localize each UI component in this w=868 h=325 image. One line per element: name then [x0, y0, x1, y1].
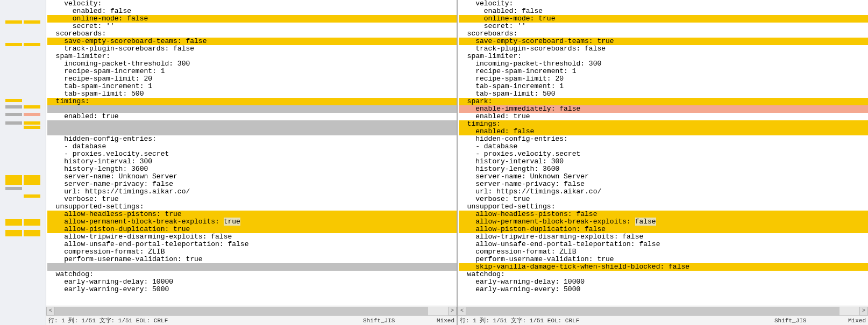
code-line[interactable]: spam-limiter:: [459, 53, 868, 60]
scroll-left-icon[interactable]: <: [458, 307, 466, 315]
code-line[interactable]: url: https://timings.aikar.co/: [459, 188, 868, 196]
code-line[interactable]: enabled: false: [459, 128, 868, 135]
code-line[interactable]: online-mode: false: [47, 15, 457, 23]
code-line[interactable]: hidden-config-entries:: [47, 135, 457, 143]
code-line[interactable]: recipe-spam-limit: 20: [459, 75, 868, 83]
code-line[interactable]: perform-username-validation: true: [47, 256, 457, 263]
code-line[interactable]: watchdog:: [47, 271, 457, 278]
code-line[interactable]: verbose: true: [459, 196, 868, 203]
code-line[interactable]: enabled: true: [47, 113, 457, 120]
code-line[interactable]: verbose: true: [47, 196, 457, 203]
code-line[interactable]: enable-immediately: false: [459, 105, 868, 113]
code-line[interactable]: history-length: 3600: [459, 165, 868, 173]
code-line[interactable]: - proxies.velocity.secret: [459, 150, 868, 158]
scroll-thumb[interactable]: [466, 307, 839, 315]
code-line[interactable]: track-plugin-scoreboards: false: [47, 45, 457, 53]
code-line[interactable]: save-empty-scoreboard-teams: false: [47, 38, 457, 45]
code-line[interactable]: history-interval: 300: [459, 158, 868, 165]
code-line[interactable]: - proxies.velocity.secret: [47, 150, 457, 158]
minimap-marker[interactable]: [5, 182, 40, 185]
code-line[interactable]: scoreboards:: [459, 30, 868, 38]
code-line[interactable]: enabled: false: [459, 8, 868, 15]
minimap-marker[interactable]: [5, 43, 40, 46]
code-line[interactable]: incoming-packet-threshold: 300: [459, 60, 868, 68]
minimap-marker[interactable]: [5, 113, 40, 116]
code-line[interactable]: perform-username-validation: true: [459, 256, 868, 263]
code-line[interactable]: server-name: Unknown Server: [459, 173, 868, 180]
code-line[interactable]: timings:: [47, 98, 457, 105]
code-line[interactable]: save-empty-scoreboard-teams: true: [459, 38, 868, 45]
h-scrollbar[interactable]: < >: [46, 306, 457, 315]
code-line[interactable]: url: https://timings.aikar.co/: [47, 188, 457, 196]
code-line[interactable]: recipe-spam-increment: 1: [47, 68, 457, 75]
code-line[interactable]: tab-spam-limit: 500: [459, 90, 868, 98]
code-line[interactable]: secret: '': [47, 23, 457, 30]
scroll-track[interactable]: [466, 307, 859, 315]
code-line[interactable]: unsupported-settings:: [47, 203, 457, 211]
code-line[interactable]: early-warning-delay: 10000: [459, 278, 868, 286]
minimap[interactable]: [0, 0, 46, 325]
code-line[interactable]: online-mode: true: [459, 15, 868, 23]
code-line[interactable]: server-name-privacy: false: [47, 180, 457, 188]
code-line[interactable]: recipe-spam-limit: 20: [47, 75, 457, 83]
scroll-right-icon[interactable]: >: [859, 307, 868, 315]
code-line[interactable]: allow-unsafe-end-portal-teleportation: f…: [47, 241, 457, 248]
code-line[interactable]: scoreboards:: [47, 30, 457, 38]
minimap-marker[interactable]: [5, 20, 40, 24]
minimap-marker[interactable]: [5, 222, 40, 226]
code-line[interactable]: [47, 105, 457, 113]
h-scrollbar[interactable]: < >: [458, 306, 868, 315]
code-line[interactable]: early-warning-every: 5000: [47, 286, 457, 293]
code-line[interactable]: compression-format: ZLIB: [459, 248, 868, 256]
code-line[interactable]: - database: [459, 143, 868, 150]
code-line[interactable]: unsupported-settings:: [459, 203, 868, 211]
code-line[interactable]: allow-headless-pistons: false: [459, 211, 868, 218]
code-line[interactable]: timings:: [459, 120, 868, 128]
code-line[interactable]: spark:: [459, 98, 868, 105]
code-line[interactable]: secret: '': [459, 23, 868, 30]
scroll-thumb[interactable]: [55, 307, 428, 315]
code-line[interactable]: tab-spam-increment: 1: [459, 83, 868, 90]
scroll-right-icon[interactable]: >: [448, 307, 457, 315]
code-line[interactable]: allow-tripwire-disarming-exploits: false: [47, 233, 457, 241]
code-line[interactable]: allow-tripwire-disarming-exploits: false: [459, 233, 868, 241]
code-line[interactable]: early-warning-delay: 10000: [47, 278, 457, 286]
code-line[interactable]: enabled: false: [47, 8, 457, 15]
scroll-left-icon[interactable]: <: [46, 307, 55, 315]
code-line[interactable]: - database: [47, 143, 457, 150]
minimap-marker[interactable]: [5, 99, 40, 102]
code-line[interactable]: tab-spam-limit: 500: [47, 90, 457, 98]
left-editor[interactable]: velocity: enabled: false online-mode: fa…: [46, 0, 457, 306]
code-line[interactable]: watchdog:: [459, 271, 868, 278]
code-line[interactable]: hidden-config-entries:: [459, 135, 868, 143]
code-line[interactable]: early-warning-every: 5000: [459, 286, 868, 293]
code-line[interactable]: skip-vanilla-damage-tick-when-shield-blo…: [459, 263, 868, 271]
code-line[interactable]: allow-unsafe-end-portal-teleportation: f…: [459, 241, 868, 248]
scroll-track[interactable]: [55, 307, 448, 315]
code-line[interactable]: velocity:: [459, 0, 868, 8]
code-line[interactable]: enabled: true: [459, 113, 868, 120]
minimap-marker[interactable]: [5, 121, 40, 125]
code-line[interactable]: incoming-packet-threshold: 300: [47, 60, 457, 68]
minimap-marker[interactable]: [5, 187, 40, 190]
code-line[interactable]: history-interval: 300: [47, 158, 457, 165]
minimap-marker[interactable]: [5, 126, 40, 129]
code-line[interactable]: allow-headless-pistons: true: [47, 211, 457, 218]
code-line[interactable]: allow-piston-duplication: false: [459, 226, 868, 233]
code-line[interactable]: compression-format: ZLIB: [47, 248, 457, 256]
code-line[interactable]: velocity:: [47, 0, 457, 8]
code-line[interactable]: allow-piston-duplication: true: [47, 226, 457, 233]
code-line[interactable]: server-name-privacy: false: [459, 180, 868, 188]
code-line[interactable]: tab-spam-increment: 1: [47, 83, 457, 90]
code-line[interactable]: [47, 128, 457, 135]
minimap-marker[interactable]: [5, 194, 40, 198]
code-line[interactable]: allow-permanent-block-break-exploits: fa…: [459, 218, 868, 226]
code-line[interactable]: track-plugin-scoreboards: false: [459, 45, 868, 53]
right-editor[interactable]: velocity: enabled: false online-mode: tr…: [458, 0, 868, 306]
code-line[interactable]: history-length: 3600: [47, 165, 457, 173]
code-line[interactable]: [47, 263, 457, 271]
code-line[interactable]: server-name: Unknown Server: [47, 173, 457, 180]
code-line[interactable]: spam-limiter:: [47, 53, 457, 60]
minimap-marker[interactable]: [5, 233, 40, 236]
code-line[interactable]: recipe-spam-increment: 1: [459, 68, 868, 75]
